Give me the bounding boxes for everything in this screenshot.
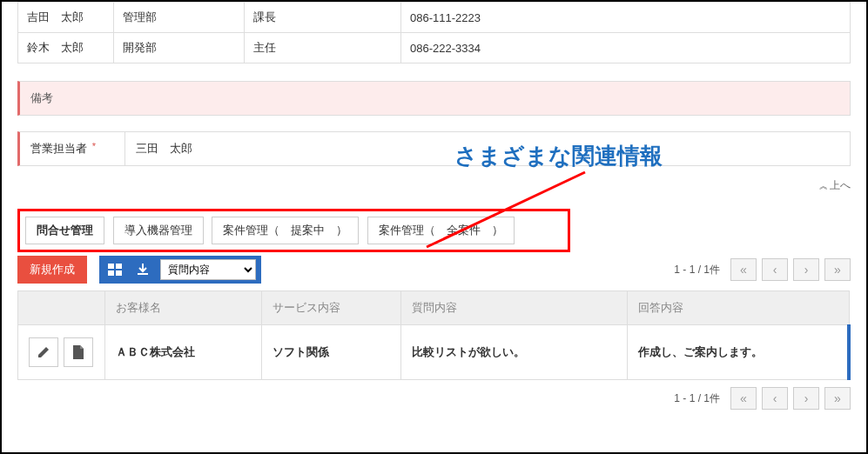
grid-view-icon[interactable] bbox=[104, 260, 125, 279]
contact-name: 鈴木 太郎 bbox=[18, 33, 114, 63]
notes-section: 備考 bbox=[17, 81, 851, 116]
pager-prev-button[interactable]: ‹ bbox=[762, 258, 788, 281]
tab-inquiry-mgmt[interactable]: 問合せ管理 bbox=[25, 217, 104, 244]
sales-rep-row: 営業担当者 * 三田 太郎 bbox=[17, 131, 851, 166]
contact-title: 主任 bbox=[245, 33, 401, 63]
table-row: 吉田 太郎 管理部 課長 086-111-2223 bbox=[18, 3, 851, 33]
results-header-row: お客様名 サービス内容 質問内容 回答内容 bbox=[18, 291, 850, 325]
contact-phone: 086-111-2223 bbox=[401, 3, 851, 33]
pager-next-button[interactable]: › bbox=[793, 387, 819, 410]
contact-name: 吉田 太郎 bbox=[18, 3, 114, 33]
svg-rect-1 bbox=[108, 264, 114, 269]
header-actions bbox=[18, 291, 105, 325]
sales-rep-label: 営業担当者 * bbox=[20, 132, 124, 165]
contact-dept: 開発部 bbox=[114, 33, 245, 63]
header-question: 質問内容 bbox=[401, 291, 628, 325]
pager-range: 1 - 1 / 1件 bbox=[674, 391, 720, 406]
pager-range: 1 - 1 / 1件 bbox=[674, 263, 720, 277]
search-field-select[interactable]: 質問内容 bbox=[160, 259, 256, 280]
sales-rep-value: 三田 太郎 bbox=[124, 132, 850, 165]
tab-equipment-mgmt[interactable]: 導入機器管理 bbox=[113, 217, 204, 244]
pager-next-button[interactable]: › bbox=[793, 258, 819, 281]
pager-first-button[interactable]: « bbox=[730, 258, 757, 281]
edit-button[interactable] bbox=[29, 337, 58, 367]
results-table: お客様名 サービス内容 質問内容 回答内容 ＡＢＣ株式会社 bbox=[17, 290, 851, 380]
tab-case-proposing[interactable]: 案件管理（ 提案中 ） bbox=[212, 217, 359, 244]
download-icon[interactable] bbox=[132, 260, 153, 279]
contact-title: 課長 bbox=[245, 3, 401, 33]
svg-rect-2 bbox=[116, 264, 122, 269]
view-controls: 質問内容 bbox=[99, 256, 261, 284]
pager-top: 1 - 1 / 1件 « ‹ › » bbox=[674, 258, 851, 281]
to-top-link[interactable]: ︽上へ bbox=[17, 178, 851, 193]
pager-last-button[interactable]: » bbox=[824, 258, 851, 281]
chevron-up-icon: ︽ bbox=[819, 181, 828, 190]
pager-bottom: 1 - 1 / 1件 « ‹ › » bbox=[674, 387, 851, 410]
contacts-table: 吉田 太郎 管理部 課長 086-111-2223 鈴木 太郎 開発部 主任 0… bbox=[17, 2, 851, 63]
table-row: ＡＢＣ株式会社 ソフト関係 比較リストが欲しい。 作成し、ご案内します。 bbox=[18, 325, 850, 380]
notes-label: 備考 bbox=[30, 91, 53, 104]
pager-prev-button[interactable]: ‹ bbox=[762, 387, 788, 410]
contact-dept: 管理部 bbox=[114, 3, 245, 33]
cell-question: 比較リストが欲しい。 bbox=[401, 325, 628, 380]
table-row: 鈴木 太郎 開発部 主任 086-222-3334 bbox=[18, 33, 851, 63]
cell-customer: ＡＢＣ株式会社 bbox=[105, 325, 262, 380]
svg-rect-4 bbox=[116, 270, 122, 276]
cell-answer: 作成し、ご案内します。 bbox=[628, 325, 850, 380]
related-tabs: 問合せ管理 導入機器管理 案件管理（ 提案中 ） 案件管理（ 全案件 ） bbox=[17, 209, 570, 252]
new-button[interactable]: 新規作成 bbox=[17, 256, 87, 284]
file-icon bbox=[72, 345, 84, 359]
contact-phone: 086-222-3334 bbox=[401, 33, 851, 63]
list-toolbar: 新規作成 質問内容 1 - 1 / 1件 « ‹ › » bbox=[17, 256, 851, 284]
detail-button[interactable] bbox=[64, 337, 93, 367]
required-mark: * bbox=[92, 141, 96, 151]
tab-case-all[interactable]: 案件管理（ 全案件 ） bbox=[367, 217, 515, 244]
row-actions-cell bbox=[18, 325, 105, 380]
svg-rect-3 bbox=[108, 270, 114, 276]
header-answer: 回答内容 bbox=[628, 291, 850, 325]
header-service: サービス内容 bbox=[262, 291, 401, 325]
pager-last-button[interactable]: » bbox=[824, 387, 851, 410]
pencil-icon bbox=[37, 345, 50, 359]
cell-service: ソフト関係 bbox=[262, 325, 401, 380]
header-customer: お客様名 bbox=[105, 291, 262, 325]
pager-first-button[interactable]: « bbox=[730, 387, 757, 410]
